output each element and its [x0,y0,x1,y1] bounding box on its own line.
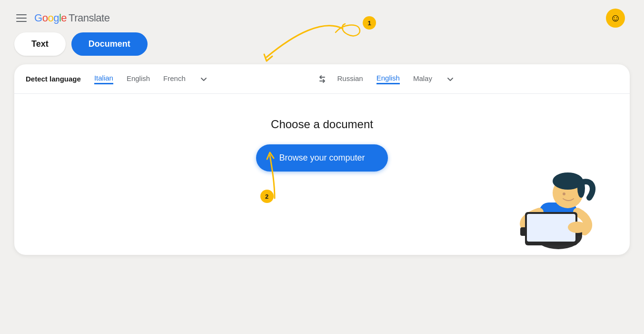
svg-point-5 [563,192,565,195]
logo-letter-o2: o [48,12,53,24]
annotation-badge-2: 2 [260,190,274,203]
browse-computer-button[interactable]: Browse your computer [256,144,387,172]
header-left: G o o g l e Translate [14,12,109,24]
main-card: Detect language Italian English French R… [14,64,630,255]
svg-point-9 [568,222,587,233]
logo-letter-g2: g [53,12,59,24]
tab-text[interactable]: Text [14,32,66,56]
menu-button[interactable] [14,12,29,24]
swap-languages-button[interactable] [307,73,337,85]
header: G o o g l e Translate ☺ [0,0,644,32]
tabs-row: Text Document [0,32,644,64]
source-lang-dropdown[interactable] [199,74,208,84]
app-name: Translate [69,12,109,24]
illustration [496,150,611,255]
source-lang-english[interactable]: English [127,74,150,83]
google-logo: G o o g l e Translate [34,12,109,24]
tab-document[interactable]: Document [71,32,148,56]
source-lang-italian[interactable]: Italian [94,74,113,84]
logo-letter-g: G [34,12,42,24]
target-lang-english[interactable]: English [376,74,400,84]
source-lang-french[interactable]: French [163,74,186,83]
target-lang-malay[interactable]: Malay [413,74,432,83]
language-bar: Detect language Italian English French R… [14,64,630,94]
logo-letter-o1: o [42,12,48,24]
target-lang-dropdown[interactable] [446,74,455,84]
target-languages: Russian English Malay [337,74,619,84]
detect-language[interactable]: Detect language [26,75,81,83]
source-languages: Detect language Italian English French [26,74,307,84]
choose-document-title: Choose a document [271,118,373,131]
logo-letter-e: e [61,12,67,24]
user-avatar[interactable]: ☺ [606,9,625,28]
target-lang-russian[interactable]: Russian [337,74,363,83]
